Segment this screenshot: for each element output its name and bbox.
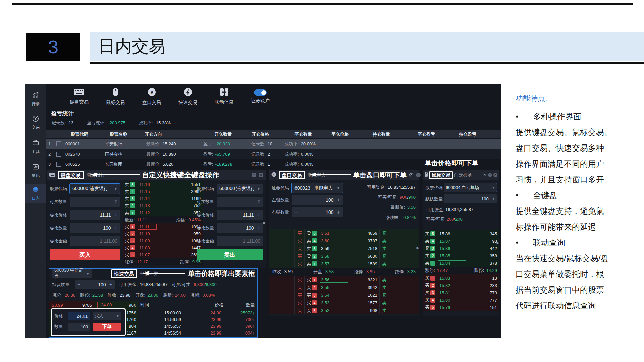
stock-code-select[interactable]: 600030 中信证券▼	[52, 269, 92, 278]
bid-price[interactable]: 15.83	[438, 275, 466, 281]
bid-row[interactable]: 买 5 15.79 151	[423, 304, 499, 311]
ask-row[interactable]: 卖 4 15.87 93	[423, 237, 499, 245]
quick-buy-cell[interactable]: 买	[295, 285, 304, 291]
ask-price[interactable]: 15.88	[438, 231, 466, 237]
bid-price[interactable]: 3.53	[320, 300, 348, 306]
quick-sell-cell[interactable]: 卖	[380, 300, 389, 306]
bid-price[interactable]: 15.80	[438, 297, 466, 303]
right-click-qty-stepper[interactable]: −100+	[292, 207, 343, 217]
order-qty-stepper[interactable]: −100+	[70, 223, 120, 233]
minus-icon[interactable]: −	[294, 209, 298, 215]
bid-row[interactable]: 买 买 1 3.56 8321 卖	[269, 276, 419, 284]
expand-icon[interactable]: +	[56, 141, 61, 146]
order-qty-stepper[interactable]: −100+	[217, 223, 263, 233]
bid-row[interactable]: 买 2 15.82 233	[423, 282, 499, 289]
minimize-icon[interactable]: −	[488, 173, 492, 177]
ask-row[interactable]: 买 卖 1 3.57 1589 卖	[269, 260, 419, 268]
bid-row[interactable]: 买 买 5 3.52 908 卖	[269, 307, 419, 314]
order-amount-field[interactable]: 1,111.00	[217, 236, 263, 246]
ask-row[interactable]: 卖 3 11.14 1169	[123, 195, 203, 202]
ask-row[interactable]: 卖 1 15.84 378	[423, 259, 499, 267]
gear-icon[interactable]	[482, 172, 487, 178]
minimize-icon[interactable]: −	[416, 173, 421, 177]
ask-price[interactable]: 3.61	[320, 230, 348, 236]
stock-code-select[interactable]: 600004 白云机场▼	[444, 183, 497, 192]
ask-row[interactable]: 买 卖 3 3.59 7518 卖	[269, 245, 419, 252]
buy-button[interactable]: 买入	[50, 249, 120, 260]
minus-icon[interactable]: −	[219, 212, 222, 218]
ask-row[interactable]: 买 卖 2 3.58 6630 卖	[269, 252, 419, 260]
minus-icon[interactable]: −	[72, 225, 75, 231]
sidebar-item-intraday[interactable]: 日内	[25, 184, 46, 203]
ask-row[interactable]: 卖 3 15.86 442	[423, 245, 499, 252]
minimize-icon[interactable]: −	[252, 173, 256, 177]
plus-icon[interactable]: +	[492, 196, 495, 202]
quick-buy-cell[interactable]: 买	[295, 277, 304, 283]
bid-row[interactable]: 买 3 11.09 1061	[123, 237, 203, 244]
quick-sell-cell[interactable]: 卖	[380, 253, 389, 259]
tape-price[interactable]: 23.99	[181, 330, 221, 336]
bid-price[interactable]: 11.07	[138, 252, 157, 258]
popup-qty-input[interactable]: 100	[68, 323, 90, 331]
bid-price[interactable]: 11.09	[138, 238, 157, 244]
tape-price[interactable]: 23.99	[181, 324, 221, 329]
quick-buy-cell[interactable]: 买	[295, 292, 304, 298]
ask-row[interactable]: 卖 2 11.13 752	[123, 202, 203, 209]
tape-price[interactable]: 24.00	[181, 310, 221, 315]
account-toggle[interactable]	[254, 89, 267, 96]
quick-buy-cell[interactable]: 买	[295, 246, 304, 252]
quick-sell-cell[interactable]: 卖	[380, 246, 389, 252]
order-price-stepper[interactable]: −11.11+	[70, 210, 120, 220]
bid-price[interactable]: 15.81	[438, 290, 466, 296]
order-amount-field[interactable]: 1,111.00	[70, 236, 120, 246]
buyable-qty-field[interactable]: 0	[70, 197, 120, 207]
minus-icon[interactable]: −	[77, 282, 80, 288]
panel-expand-arrow-icon[interactable]: ▶	[417, 246, 419, 250]
bid-row[interactable]: 买 4 11.08 1447	[123, 244, 203, 251]
bid-row[interactable]: 买 买 3 3.54 1021 卖	[269, 291, 419, 299]
ask-price[interactable]: 3.58	[320, 253, 348, 259]
bid-price[interactable]: 15.82	[438, 283, 466, 288]
bid-row[interactable]: 买 3 15.81 773	[423, 289, 499, 296]
quick-sell-cell[interactable]: 卖	[380, 285, 389, 291]
quick-buy-cell[interactable]: 买	[295, 261, 304, 267]
bid-strip-cell[interactable]: 23.999785	[49, 301, 95, 309]
bid-row[interactable]: 买 1 11.11 1094	[123, 223, 203, 230]
default-qty-stepper[interactable]: −100+	[444, 194, 497, 203]
sidebar-item-quant[interactable]: 量化	[25, 161, 46, 181]
bid-row[interactable]: 买 2 11.10 959	[123, 230, 203, 237]
sellable-qty-field[interactable]: 0	[217, 197, 263, 207]
ask-row[interactable]: 卖 5 11.16 1551	[123, 181, 203, 188]
ask-row[interactable]: 卖 5 15.88 345	[423, 230, 499, 237]
sidebar-item-trade[interactable]: 交易	[25, 113, 46, 132]
ask-row[interactable]: 买 卖 5 3.61 4859 卖	[269, 229, 419, 237]
toolbar-keyboard-trade[interactable]: 键盘交易	[61, 88, 97, 105]
bid-row[interactable]: 买 买 4 3.53 1577 卖	[269, 299, 419, 307]
toolbar-quick-trade[interactable]: 快速交易	[170, 88, 206, 106]
quick-sell-cell[interactable]: 卖	[380, 292, 389, 298]
ask-row[interactable]: 卖 2 15.85 358	[423, 252, 499, 259]
tape-price[interactable]: 23.99	[181, 317, 221, 322]
plus-icon[interactable]: +	[257, 225, 260, 231]
bid-row[interactable]: 买 4 15.80 777	[423, 296, 499, 304]
default-qty-stepper[interactable]: −100+	[75, 280, 115, 289]
ask-price[interactable]: 3.57	[320, 261, 348, 267]
plus-icon[interactable]: +	[257, 212, 260, 218]
bid-row[interactable]: 买 买 2 3.55 3942 卖	[269, 284, 419, 291]
place-order-button[interactable]: 下单	[93, 323, 121, 331]
popup-side-select[interactable]: 买入▼	[93, 312, 121, 320]
ask-price[interactable]: 11.15	[138, 189, 157, 194]
order-price-stepper[interactable]: −11.11+	[217, 210, 263, 220]
gear-icon[interactable]	[409, 172, 414, 178]
ask-price[interactable]: 11.16	[138, 182, 157, 187]
quick-buy-cell[interactable]: 买	[295, 308, 304, 314]
bid-price[interactable]: 11.11	[138, 224, 157, 230]
plus-icon[interactable]: +	[109, 282, 112, 288]
ask-price[interactable]: 11.13	[138, 203, 157, 208]
ask-price[interactable]: 15.87	[438, 238, 466, 244]
quick-sell-cell[interactable]: 卖	[380, 277, 389, 283]
bid-price[interactable]: 3.56	[320, 277, 348, 283]
ask-row[interactable]: 卖 4 11.15 2999	[123, 188, 203, 195]
plus-icon[interactable]: +	[114, 212, 117, 218]
quick-buy-cell[interactable]: 买	[295, 300, 304, 306]
